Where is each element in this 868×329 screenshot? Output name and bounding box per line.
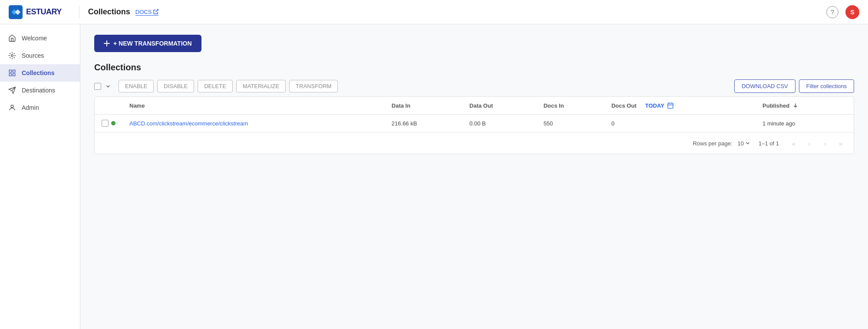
svg-rect-4 [9,74,11,76]
row-checkbox-cell [95,115,122,132]
main-content: + NEW TRANSFORMATION Collections ENABLE … [80,24,868,329]
row-data-out: 0.00 B [462,115,537,132]
row-docs-in: 550 [537,115,604,132]
row-name-cell: ABCD.com/clickstream/ecommerce/clickstre… [122,115,385,132]
new-transformation-button[interactable]: + NEW TRANSFORMATION [94,35,201,52]
rows-per-page-label: Rows per page: [693,140,732,147]
header-right: ? S [826,5,859,19]
first-page-button[interactable]: « [788,137,800,149]
th-published: Published [756,97,854,115]
rows-dropdown-icon [746,141,750,145]
collection-link[interactable]: ABCD.com/clickstream/ecommerce/clickstre… [129,120,248,127]
page-info: 1–1 of 1 [759,140,779,147]
section-title: Collections [94,63,854,72]
svg-point-6 [11,105,13,108]
th-checkbox [95,97,122,115]
sidebar-label-destinations: Destinations [22,87,55,94]
svg-rect-3 [13,70,15,72]
th-data-out: Data Out [462,97,537,115]
logo: ESTUARY [9,5,62,19]
sidebar: Welcome Sources Collections [0,24,80,329]
th-docs-in: Docs In [537,97,604,115]
download-csv-button[interactable]: DOWNLOAD CSV [734,79,795,93]
rows-per-page-select[interactable]: 10 [738,140,750,147]
pagination: Rows per page: 10 1–1 of 1 « ‹ › » [95,132,854,154]
destinations-icon [8,86,17,95]
table-row: ABCD.com/clickstream/ecommerce/clickstre… [95,115,854,132]
th-name: Name [122,97,385,115]
plus-icon [104,40,110,46]
sidebar-label-sources: Sources [22,52,44,59]
collections-section: Collections ENABLE DISABLE DELETE MATERI… [94,63,854,154]
app-layout: Welcome Sources Collections [0,24,868,329]
admin-icon [8,103,17,112]
delete-button[interactable]: DELETE [198,80,233,92]
enable-button[interactable]: ENABLE [119,80,154,92]
sidebar-item-destinations[interactable]: Destinations [0,82,80,99]
collections-toolbar: ENABLE DISABLE DELETE MATERIALIZE TRANSF… [94,79,854,93]
collections-table: Name Data In Data Out Docs In Docs Out T… [95,97,854,132]
app-header: ESTUARY Collections DOCS ? S [0,0,868,24]
next-page-button[interactable]: › [819,137,831,149]
th-docs-out: Docs Out TODAY [604,97,756,115]
sidebar-item-welcome[interactable]: Welcome [0,30,80,47]
svg-point-1 [11,55,13,57]
calendar-icon[interactable] [667,102,674,109]
collections-icon [8,69,17,77]
toolbar-right: DOWNLOAD CSV Filter collections [734,79,854,93]
sidebar-label-welcome: Welcome [22,35,47,42]
status-dot [111,121,116,125]
header-divider [79,6,79,19]
select-all-checkbox[interactable] [94,83,101,90]
transform-button[interactable]: TRANSFORM [289,80,338,92]
svg-rect-2 [9,70,11,72]
row-docs-out: 0 [604,115,756,132]
prev-page-button[interactable]: ‹ [803,137,815,149]
row-data-in: 216.66 kB [385,115,462,132]
collections-table-container: Name Data In Data Out Docs In Docs Out T… [94,96,854,154]
header-page-title: Collections [88,7,130,16]
home-icon [8,34,17,43]
sidebar-item-sources[interactable]: Sources [0,47,80,64]
chevron-down-icon [106,84,110,89]
rows-per-page-value: 10 [738,140,744,147]
row-published: 1 minute ago [756,115,854,132]
avatar[interactable]: S [845,5,859,19]
select-all-area [94,81,113,92]
select-dropdown-button[interactable] [103,81,113,92]
external-link-icon [153,9,158,14]
sidebar-label-admin: Admin [22,104,39,111]
sidebar-item-collections[interactable]: Collections [0,64,80,82]
th-data-in: Data In [385,97,462,115]
logo-icon [9,5,23,19]
row-checkbox[interactable] [102,120,109,127]
source-icon [8,51,17,60]
sort-down-icon [793,103,798,108]
svg-rect-7 [668,103,673,109]
today-label: TODAY [645,102,664,109]
svg-rect-5 [13,74,15,76]
sidebar-label-collections: Collections [22,69,54,76]
sidebar-item-admin[interactable]: Admin [0,99,80,116]
brand-name: ESTUARY [26,7,62,16]
materialize-button[interactable]: MATERIALIZE [236,80,286,92]
help-button[interactable]: ? [826,6,838,18]
last-page-button[interactable]: » [835,137,847,149]
filter-collections-button[interactable]: Filter collections [799,79,854,93]
disable-button[interactable]: DISABLE [157,80,194,92]
docs-link[interactable]: DOCS [135,9,159,16]
